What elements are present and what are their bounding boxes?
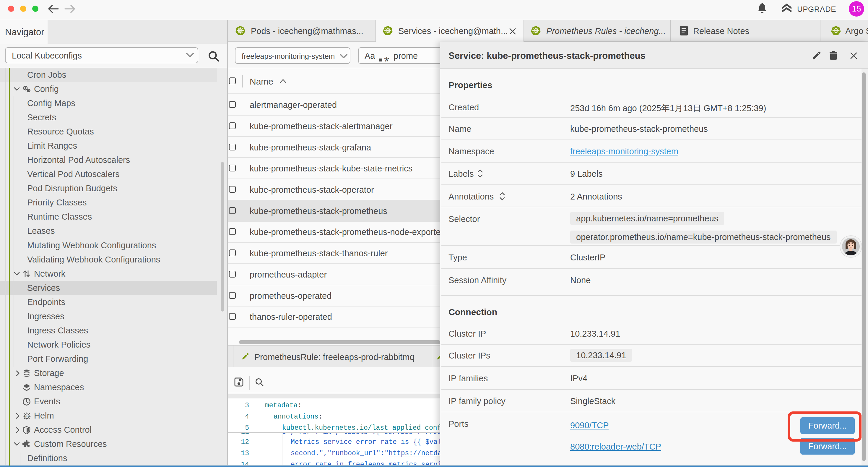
svg-text:HELM: HELM xyxy=(24,415,30,417)
